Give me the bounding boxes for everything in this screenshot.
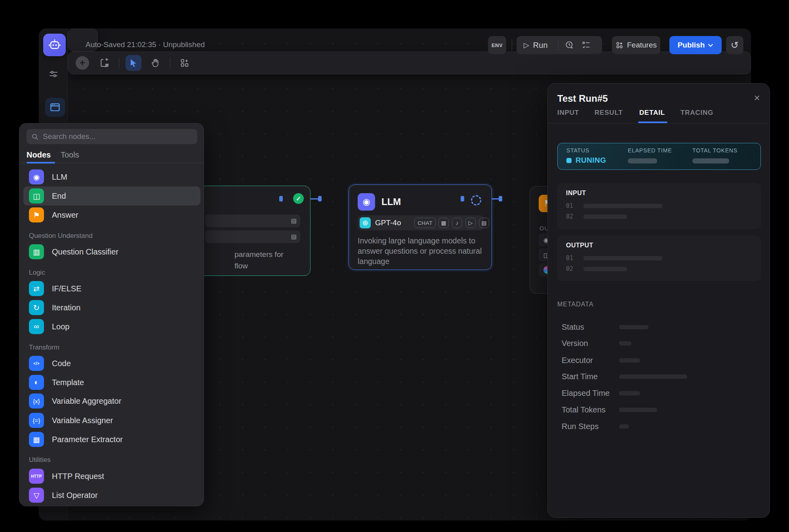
node-item-variable-assigner[interactable]: {=} Variable Assigner [29,411,113,430]
autosave-status: Auto-Saved 21:02:35 · Unpublished [86,40,205,49]
plus-circle-icon: + [76,56,89,70]
llm-node-title: LLM [381,196,401,207]
http-icon: HTTP [29,469,44,484]
skeleton-bar [619,374,687,379]
input-card: INPUT 01 02 [557,183,761,229]
active-tab-underline [638,122,667,123]
branch-icon: ⇄ [29,281,44,296]
version-history-button[interactable]: ↺ [726,36,743,54]
node-item-code[interactable]: </> Code [29,354,71,373]
connector-handle[interactable] [318,196,322,201]
tab-nodes[interactable]: Nodes [27,150,51,160]
skeleton-bar [628,158,657,163]
app-logo[interactable] [43,34,66,56]
node-item-variable-aggregator[interactable]: {x} Variable Aggregator [29,391,121,410]
grid-dots-icon: ▦ [29,432,44,447]
panel-title: Test Run#5 [557,93,608,104]
start-node-description: parameters for flow [234,249,284,272]
group-header: Utilities [29,456,51,464]
classifier-icon: ▥ [29,244,44,259]
tab-detail[interactable]: DETAIL [639,109,665,117]
node-item-http-request[interactable]: HTTP HTTP Request [29,467,104,486]
code-icon: </> [29,356,44,371]
tab-tools[interactable]: Tools [61,150,79,160]
node-item-if-else[interactable]: ⇄ IF/ELSE [29,279,81,298]
node-item-template[interactable]: ◐ Template [29,373,84,392]
toolbar-divider [119,57,119,68]
openai-icon: ⊛ [360,217,371,228]
run-button[interactable]: Run [533,41,548,50]
loading-spinner-icon [471,195,481,205]
window-icon [50,102,61,113]
skeleton-bar [583,267,627,271]
braces-x-icon: {x} [29,393,44,408]
loop-icon: ∞ [29,319,44,334]
status-value: RUNING [576,156,606,165]
history-icon: ↺ [731,40,739,51]
document-icon: ▤ [291,233,297,240]
skeleton-bar [619,424,629,429]
features-button[interactable]: Features [612,36,660,54]
brain-icon: ◉ [358,193,375,211]
organize-nodes-button[interactable] [177,55,192,71]
search-input[interactable] [43,132,192,141]
start-node[interactable]: ✓ ▤ ▤ parameters for flow [199,186,311,276]
cursor-icon [129,58,138,68]
canvas-toolbar: + [68,51,751,74]
node-item-parameter-extractor[interactable]: ▦ Parameter Extractor [29,430,123,449]
node-item-iteration[interactable]: ↻ Iteration [29,298,80,317]
document-capability-icon: ▤ [479,218,489,228]
checklist-button[interactable] [581,40,591,50]
audio-capability-icon: ♪ [452,218,462,228]
hand-mode-button[interactable] [148,55,164,71]
node-item-answer[interactable]: ⚑ Answer [29,205,78,224]
workflow-settings-button[interactable] [48,68,59,80]
status-label: STATUS [566,147,589,154]
metadata-label: METADATA [557,301,594,308]
tab-result[interactable]: RESULT [595,109,623,117]
play-icon: ▷ [524,41,529,49]
skeleton-bar [619,341,631,346]
features-icon [616,41,623,49]
start-node-field[interactable]: ▤ [205,215,300,227]
node-item-end[interactable]: ◫ End [29,186,66,205]
node-item-llm[interactable]: ◉ LLM [29,167,67,186]
node-item-loop[interactable]: ∞ Loop [29,317,70,336]
tab-tracing[interactable]: TRACING [680,109,713,117]
skeleton-bar [583,204,663,208]
running-status-dot [566,158,572,163]
skeleton-bar [583,256,663,260]
add-note-button[interactable] [97,55,112,71]
checklist-icon [581,40,591,50]
connector-handle[interactable] [461,196,464,201]
add-node-button[interactable]: + [74,55,90,71]
chevron-down-icon [708,44,713,47]
success-check-icon: ✓ [293,193,304,204]
image-capability-icon: ▦ [438,218,449,228]
model-chip[interactable]: ⊛ GPT-4o CHAT ▦ ♪ ▷ ▤ [358,215,484,230]
node-item-list-operator[interactable]: ▽ List Operator [29,486,98,505]
funnel-icon: ▽ [29,488,44,503]
env-button[interactable]: ENV [488,36,506,54]
iteration-icon: ↻ [29,300,44,315]
publish-button[interactable]: Publish [669,36,722,54]
skeleton-bar [619,408,657,412]
node-search-box[interactable] [27,129,197,144]
close-button[interactable]: × [751,91,763,104]
chat-mode-badge: CHAT [414,218,436,228]
connector-handle[interactable] [499,196,502,201]
skeleton-bar [619,325,648,329]
run-history-clock-button[interactable] [565,40,574,50]
pointer-mode-button[interactable] [126,55,141,71]
node-item-question-classifier[interactable]: ▥ Question Classifier [29,242,118,261]
llm-node[interactable]: ◉ LLM ⊛ GPT-4o CHAT ▦ ♪ ▷ ▤ Invoking lar… [349,184,492,270]
run-group-divider [558,40,558,50]
document-icon: ▤ [291,217,297,224]
tab-input[interactable]: INPUT [557,109,579,117]
total-tokens-label: TOTAL TOKENS [692,147,738,154]
connector-handle[interactable] [279,196,283,201]
skeleton-bar [619,391,640,395]
start-node-field[interactable]: ▤ [205,230,300,243]
tabs-divider [548,123,770,124]
preview-panel-button[interactable] [45,98,65,117]
